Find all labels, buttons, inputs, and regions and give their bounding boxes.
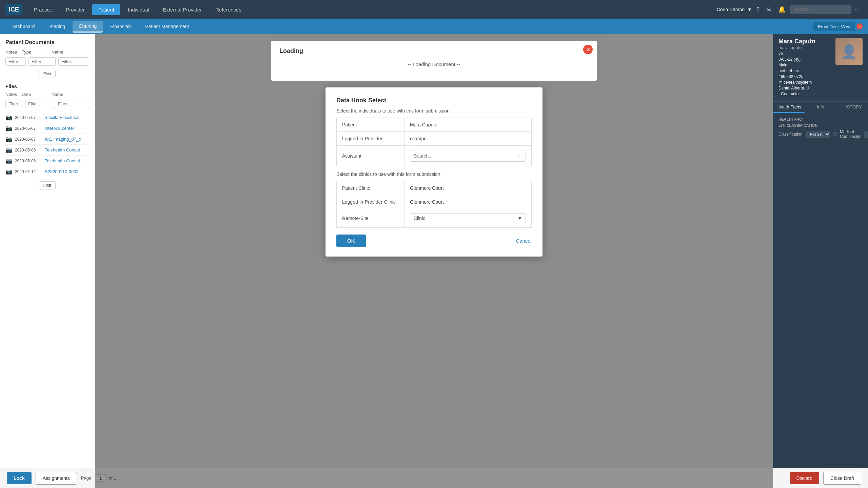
individuals-table: Patient Mara Caputo Logged-in-Provider c… xyxy=(336,118,532,166)
page-label: Page: xyxy=(81,475,93,481)
nav-provider[interactable]: Provider xyxy=(60,4,91,15)
clinic-dropdown[interactable]: Clinic ▼ xyxy=(410,213,526,223)
files-list: 📷 2020-05-07 maxillary occlusal 📷 2020-0… xyxy=(5,112,89,177)
sub-imaging[interactable]: Imaging xyxy=(42,21,72,32)
patient-docs-title: Patient Documents xyxy=(5,39,89,45)
health-section: HEALTH FACT LTH CLASSIFICATION Classific… xyxy=(773,113,868,143)
patient-pronouns: he/her/hers xyxy=(778,68,815,73)
classification-dropdown[interactable]: Not Set xyxy=(806,131,830,138)
more-options-icon[interactable]: ··· xyxy=(517,152,522,159)
assistant-search-input[interactable] xyxy=(414,153,515,159)
sub-charting[interactable]: Charting xyxy=(73,21,103,33)
cancel-button[interactable]: Cancel xyxy=(516,238,532,244)
top-navigation: ICE Practice Provider Patient Individual… xyxy=(0,0,868,19)
list-item: 📷 2020-05-07 ICE Imaging_07_c xyxy=(5,134,89,145)
health-classification-row: Classification: Not Set ⓘ Medical Comple… xyxy=(778,129,863,139)
nav-references[interactable]: References xyxy=(209,4,248,15)
file-name[interactable]: S20200110-0003 xyxy=(45,169,79,174)
tab-health-facts[interactable]: Health Facts xyxy=(773,102,805,113)
files-title: Files xyxy=(5,83,89,89)
docs-filter-notes[interactable] xyxy=(5,57,26,66)
more-icon[interactable]: ··· xyxy=(852,5,863,15)
help-icon[interactable]: ? xyxy=(753,5,762,15)
nav-external-provider[interactable]: External Provider xyxy=(157,4,208,15)
patient-photo: 👤 xyxy=(835,38,863,65)
file-filter-notes[interactable] xyxy=(5,100,22,108)
file-date: 2020-05-07 xyxy=(15,126,42,131)
provider-label: Logged-in-Provider xyxy=(337,132,405,146)
left-panel: Patient Documents Notes Type Name First … xyxy=(0,34,95,488)
table-row: Assistant ··· xyxy=(337,146,532,166)
docs-filter-type[interactable] xyxy=(28,57,56,66)
patient-gender: Male xyxy=(778,63,815,67)
discard-button[interactable]: Discard xyxy=(790,472,819,484)
data-hook-dialog: Data Hook Select Select the individuals … xyxy=(326,87,542,257)
close-loading-button[interactable]: ✕ xyxy=(583,45,593,54)
messages-icon[interactable]: ✉ xyxy=(764,4,774,15)
remote-site-label: Remote-Site xyxy=(337,209,405,228)
assistant-label: Assistant xyxy=(337,146,405,166)
tab-info[interactable]: Info xyxy=(805,102,836,113)
patient-insurance2: - Contractor xyxy=(778,92,815,96)
file-filter-date[interactable] xyxy=(25,100,52,108)
provider-clinic-label: Logged-in-Provider-Clinic xyxy=(337,195,405,209)
file-name[interactable]: maxillary occlusal xyxy=(45,115,79,120)
sub-patient-management[interactable]: Patient Management xyxy=(139,21,195,32)
table-row: Patient-Clinic Glenmore Court xyxy=(337,181,532,195)
nav-individual[interactable]: Individual xyxy=(122,4,155,15)
file-name[interactable]: Telehealth Consul xyxy=(45,158,80,163)
loading-dialog: Loading ✕ -- Loading Document -- xyxy=(271,41,597,81)
file-name[interactable]: Telehealth Consul xyxy=(45,147,80,152)
dialog-footer: OK Cancel xyxy=(336,235,532,247)
right-panel: Mara Caputo maracaputo ve 8-03-22 (4y) M… xyxy=(773,34,868,488)
modal-overlay: Loading ✕ -- Loading Document -- Data Ho… xyxy=(95,34,773,488)
individuals-subtitle: Select the individuals to use with this … xyxy=(336,108,532,114)
front-desk-view-button[interactable]: Front Desk View xyxy=(813,22,855,31)
center-panel: Loading ✕ -- Loading Document -- Data Ho… xyxy=(95,34,773,488)
provider-clinic-value: Glenmore Court xyxy=(405,195,532,209)
patient-header: Mara Caputo maracaputo ve 8-03-22 (4y) M… xyxy=(773,34,868,102)
sub-dashboard[interactable]: Dashboard xyxy=(5,21,41,32)
assignments-button[interactable]: Assignments xyxy=(36,472,77,485)
nav-practice[interactable]: Practice xyxy=(28,4,58,15)
close-draft-button[interactable]: Close Draft xyxy=(823,472,861,485)
health-class-label: LTH CLASSIFICATION xyxy=(778,123,863,127)
patient-clinic-value: Glenmore Court xyxy=(405,181,532,195)
file-name[interactable]: interoral center xyxy=(45,126,74,131)
docs-first-button[interactable]: First xyxy=(39,70,56,78)
info-tabs: Health Facts Info HISTORY xyxy=(773,102,868,113)
file-col-date: Date xyxy=(22,92,49,97)
docs-filter-row xyxy=(5,57,89,66)
patient-label: Patient xyxy=(337,118,405,132)
col-header-notes: Notes xyxy=(5,49,19,55)
user-dropdown-icon[interactable]: ▼ xyxy=(747,7,752,12)
files-first-button[interactable]: First xyxy=(39,181,56,189)
patient-value: Mara Caputo xyxy=(405,118,532,132)
file-date: 2020-02-12 xyxy=(15,169,42,174)
clinics-subtitle: Select the clinics to use with this form… xyxy=(336,171,532,177)
file-filter-name[interactable] xyxy=(55,100,89,108)
docs-col-headers: Notes Type Name xyxy=(5,49,89,55)
docs-filter-name[interactable] xyxy=(58,57,89,66)
tab-history[interactable]: HISTORY xyxy=(836,102,868,113)
medical-complexity-label: Medical Complexity: xyxy=(840,129,861,139)
notifications-icon[interactable]: 🔔 xyxy=(775,4,788,15)
table-row: Remote-Site Clinic ▼ xyxy=(337,209,532,228)
file-icon: 📷 xyxy=(5,158,12,164)
patient-insurance: Dental Alberta, U xyxy=(778,86,815,90)
files-filter-row xyxy=(5,100,89,108)
search-input[interactable] xyxy=(790,5,851,14)
ok-button[interactable]: OK xyxy=(336,235,366,247)
patient-username: maracaputo xyxy=(778,45,815,50)
lock-button[interactable]: Lock xyxy=(7,472,32,484)
file-col-name: Name xyxy=(52,92,89,97)
medical-complexity-dropdown[interactable]: Not Set xyxy=(864,131,868,138)
file-name[interactable]: ICE Imaging_07_c xyxy=(45,137,81,142)
assistant-search-field: ··· xyxy=(410,150,526,162)
clinics-table: Patient-Clinic Glenmore Court Logged-in-… xyxy=(336,181,532,228)
sub-financials[interactable]: Financials xyxy=(104,21,138,32)
patient-clinic-label: Patient-Clinic xyxy=(337,181,405,195)
main-content: Patient Documents Notes Type Name First … xyxy=(0,34,868,488)
file-date: 2020-05-06 xyxy=(15,148,42,152)
nav-patient[interactable]: Patient xyxy=(92,4,120,15)
